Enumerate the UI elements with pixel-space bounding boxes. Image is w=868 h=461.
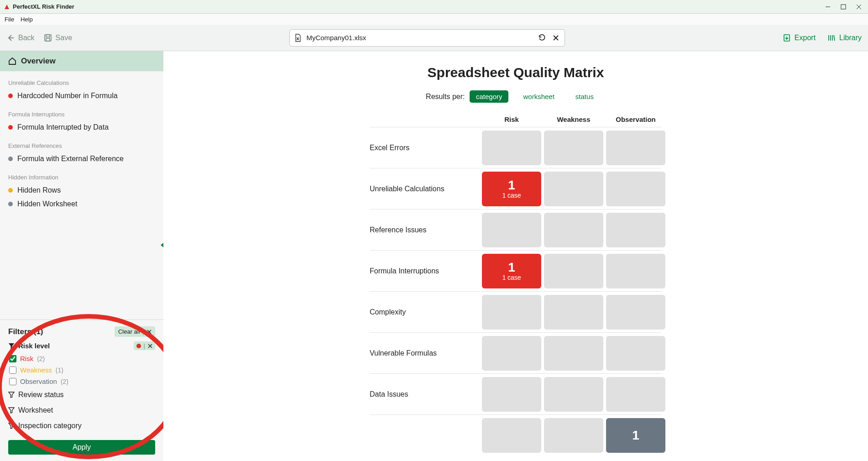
results-per-row: Results per: category worksheet status bbox=[182, 90, 850, 103]
back-button[interactable]: Back bbox=[6, 34, 35, 42]
matrix-cell[interactable] bbox=[544, 254, 603, 288]
matrix-row: Vulnerable Formulas bbox=[370, 332, 662, 373]
matrix-cell[interactable]: 11 case bbox=[482, 254, 541, 288]
nav-item-hidden-worksheet[interactable]: Hidden Worksheet bbox=[0, 197, 163, 211]
risk-dot-icon bbox=[136, 344, 141, 348]
matrix-cell[interactable] bbox=[482, 418, 541, 453]
matrix-cell[interactable] bbox=[544, 377, 603, 412]
menu-file[interactable]: File bbox=[5, 16, 14, 23]
filter-group-worksheet[interactable]: Worksheet bbox=[8, 403, 155, 418]
filter-outline-icon bbox=[8, 423, 15, 429]
matrix-cell[interactable] bbox=[544, 418, 603, 453]
matrix-cell[interactable] bbox=[544, 131, 603, 165]
matrix-row: Data Issues bbox=[370, 373, 662, 414]
nav-item-formula-interrupted[interactable]: Formula Interrupted by Data bbox=[0, 120, 163, 134]
pill-category[interactable]: category bbox=[470, 90, 509, 103]
page-title: Spreadsheet Quality Matrix bbox=[182, 65, 850, 80]
matrix-cell[interactable] bbox=[606, 295, 665, 330]
clear-all-button[interactable]: Clear all | bbox=[115, 326, 155, 337]
filters-title: Filters (1) bbox=[8, 327, 43, 336]
filter-checkbox-weakness[interactable]: Weakness (1) bbox=[8, 364, 155, 376]
matrix-cell[interactable] bbox=[544, 295, 603, 330]
x-icon bbox=[147, 330, 152, 334]
matrix-row: 1 bbox=[370, 414, 662, 456]
window-controls bbox=[825, 4, 864, 10]
matrix-row: Formula Interruptions11 case bbox=[370, 250, 662, 291]
matrix-cell[interactable]: 1 bbox=[606, 418, 665, 453]
svg-rect-5 bbox=[45, 35, 51, 41]
quality-matrix: Risk Weakness Observation Excel ErrorsUn… bbox=[370, 115, 662, 456]
undo-refresh-icon[interactable] bbox=[538, 34, 546, 42]
filter-group-risk-level[interactable]: Risk level bbox=[8, 342, 50, 350]
nav-group-title: External References bbox=[0, 134, 163, 152]
matrix-row: Reference Issues bbox=[370, 209, 662, 250]
filter-group-review-status[interactable]: Review status bbox=[8, 387, 155, 403]
close-file-icon[interactable] bbox=[552, 34, 560, 42]
filter-outline-icon bbox=[8, 407, 15, 414]
matrix-cell[interactable] bbox=[606, 336, 665, 371]
svg-rect-6 bbox=[46, 35, 50, 37]
matrix-row-label: Formula Interruptions bbox=[370, 267, 479, 275]
matrix-row: Unreliable Calculations11 case bbox=[370, 168, 662, 209]
matrix-row: Excel Errors bbox=[370, 127, 662, 168]
close-window-icon[interactable] bbox=[856, 4, 862, 10]
filter-checkbox-risk-input[interactable] bbox=[9, 355, 16, 362]
matrix-cell[interactable] bbox=[482, 295, 541, 330]
filter-checkbox-observation[interactable]: Observation (2) bbox=[8, 376, 155, 387]
titlebar: PerfectXL Risk Finder bbox=[0, 0, 868, 14]
matrix-row-label: Data Issues bbox=[370, 390, 479, 398]
matrix-row-label: Reference Issues bbox=[370, 226, 479, 234]
matrix-cell[interactable] bbox=[482, 213, 541, 247]
matrix-cell[interactable] bbox=[482, 377, 541, 412]
matrix-cell[interactable] bbox=[606, 131, 665, 165]
export-button[interactable]: Export bbox=[783, 34, 816, 42]
matrix-cell[interactable] bbox=[482, 336, 541, 371]
filter-checkbox-risk[interactable]: Risk (2) bbox=[8, 353, 155, 364]
filter-group-inspection-category[interactable]: Inspection category bbox=[8, 418, 155, 434]
overview-nav-item[interactable]: Overview bbox=[0, 51, 163, 71]
file-excel-icon bbox=[294, 34, 302, 42]
matrix-cell[interactable] bbox=[544, 336, 603, 371]
maximize-icon[interactable] bbox=[841, 4, 846, 10]
export-icon bbox=[783, 34, 791, 42]
nav-item-hidden-rows[interactable]: Hidden Rows bbox=[0, 183, 163, 197]
matrix-cell[interactable] bbox=[482, 131, 541, 165]
matrix-cell[interactable] bbox=[606, 213, 665, 247]
risk-dot-icon bbox=[8, 94, 13, 98]
matrix-cell[interactable] bbox=[544, 172, 603, 206]
nav-group-title: Formula Interruptions bbox=[0, 103, 163, 120]
nav-item-hardcoded-number[interactable]: Hardcoded Number in Formula bbox=[0, 89, 163, 103]
matrix-cell[interactable] bbox=[544, 213, 603, 247]
menu-help[interactable]: Help bbox=[21, 16, 33, 23]
pill-status[interactable]: status bbox=[569, 90, 600, 103]
filters-panel: Filters (1) Clear all | Risk level | bbox=[0, 320, 163, 461]
matrix-cell[interactable] bbox=[606, 254, 665, 288]
matrix-cell[interactable]: 11 case bbox=[482, 172, 541, 206]
matrix-row: Complexity bbox=[370, 291, 662, 332]
minimize-icon[interactable] bbox=[825, 4, 831, 10]
apply-filters-button[interactable]: Apply bbox=[8, 440, 155, 455]
risk-dot-icon bbox=[8, 125, 13, 130]
sidebar: Overview Unreliable Calculations Hardcod… bbox=[0, 51, 163, 461]
nav-item-external-reference[interactable]: Formula with External Reference bbox=[0, 152, 163, 166]
clear-risk-level-chip[interactable]: | bbox=[134, 341, 155, 350]
filter-filled-icon bbox=[8, 343, 15, 349]
matrix-row-label: Excel Errors bbox=[370, 144, 479, 152]
filter-outline-icon bbox=[8, 392, 15, 398]
filter-checkbox-weakness-input[interactable] bbox=[9, 367, 16, 374]
observation-dot-icon bbox=[8, 202, 13, 206]
library-button[interactable]: Library bbox=[827, 34, 862, 42]
col-header-observation: Observation bbox=[606, 115, 665, 123]
matrix-row-label: Complexity bbox=[370, 308, 479, 316]
filter-checkbox-observation-input[interactable] bbox=[9, 378, 16, 385]
results-per-label: Results per: bbox=[426, 93, 465, 100]
pill-worksheet[interactable]: worksheet bbox=[517, 90, 560, 103]
menubar: File Help bbox=[0, 14, 868, 25]
matrix-cell[interactable] bbox=[606, 172, 665, 206]
save-button[interactable]: Save bbox=[44, 34, 72, 42]
nav-group-title: Hidden Information bbox=[0, 166, 163, 183]
home-icon bbox=[8, 57, 16, 65]
body: Overview Unreliable Calculations Hardcod… bbox=[0, 51, 868, 461]
col-header-weakness: Weakness bbox=[544, 115, 603, 123]
matrix-cell[interactable] bbox=[606, 377, 665, 412]
